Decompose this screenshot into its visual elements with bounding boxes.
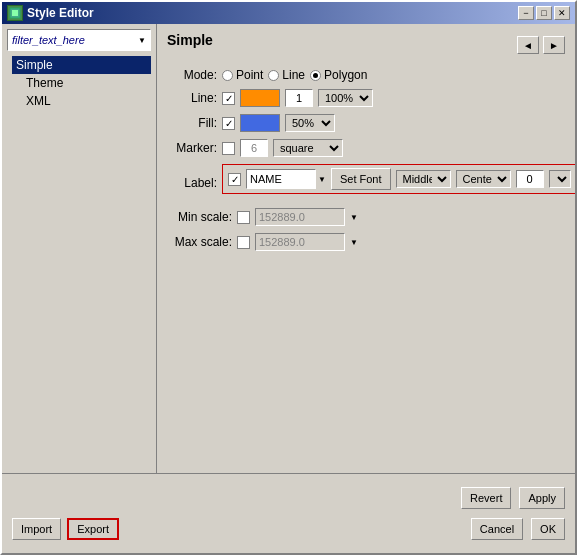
line-label-text: Line: <box>167 91 217 105</box>
bottom-left-buttons: Import Export <box>12 518 119 540</box>
label-checkbox[interactable]: ✓ <box>228 173 241 186</box>
window-icon <box>7 5 23 21</box>
line-width-input[interactable] <box>285 89 313 107</box>
marker-shape-select[interactable]: square <box>273 139 343 157</box>
label-num-select[interactable] <box>549 170 571 188</box>
bottom-action-buttons: Cancel OK <box>471 518 565 540</box>
nav-forward-button[interactable]: ► <box>543 36 565 54</box>
bottom-area: Revert Apply Import Export Cancel OK <box>2 473 575 553</box>
line-row: Line: ✓ 100% <box>167 89 565 107</box>
import-button[interactable]: Import <box>12 518 61 540</box>
min-scale-label: Min scale: <box>167 210 232 224</box>
marker-checkbox[interactable] <box>222 142 235 155</box>
max-scale-row: Max scale: ▼ <box>167 233 565 251</box>
label-row: Label: ✓ ▼ Set Font Middle Center <box>167 164 565 201</box>
min-scale-checkbox[interactable] <box>237 211 250 224</box>
fill-percent-select[interactable]: 50% <box>285 114 335 132</box>
title-buttons: − □ ✕ <box>518 6 570 20</box>
right-panel: Simple ◄ ► Mode: Point Line <box>157 24 575 473</box>
mode-polygon-radio[interactable]: Polygon <box>310 68 367 82</box>
mode-row: Mode: Point Line Polygon <box>167 68 565 82</box>
window-title: Style Editor <box>27 6 94 20</box>
polygon-radio-btn[interactable] <box>310 70 321 81</box>
tree-item-theme[interactable]: Theme <box>12 74 151 92</box>
export-button[interactable]: Export <box>67 518 119 540</box>
left-panel: filter_text_here ▼ Simple Theme XML <box>2 24 157 473</box>
label-align-select[interactable]: Center <box>456 170 511 188</box>
label-section: ✓ ▼ Set Font Middle Center <box>222 164 575 194</box>
title-bar: Style Editor − □ ✕ <box>2 2 575 24</box>
dropdown-arrow-name: ▼ <box>318 175 326 184</box>
close-button[interactable]: ✕ <box>554 6 570 20</box>
set-font-button[interactable]: Set Font <box>331 168 391 190</box>
tree-view: Simple Theme XML <box>7 56 151 110</box>
line-percent-select[interactable]: 100% <box>318 89 373 107</box>
filter-dropdown[interactable]: filter_text_here ▼ <box>7 29 151 51</box>
min-scale-input[interactable] <box>255 208 345 226</box>
max-scale-dropdown-icon: ▼ <box>350 238 358 247</box>
nav-back-button[interactable]: ◄ <box>517 36 539 54</box>
ok-button[interactable]: OK <box>531 518 565 540</box>
svg-rect-1 <box>12 10 18 16</box>
marker-label-text: Marker: <box>167 141 217 155</box>
mode-line-radio[interactable]: Line <box>268 68 305 82</box>
minimize-button[interactable]: − <box>518 6 534 20</box>
style-editor-window: Style Editor − □ ✕ filter_text_here ▼ Si… <box>0 0 577 555</box>
panel-title: Simple <box>167 32 213 48</box>
line-radio-btn[interactable] <box>268 70 279 81</box>
label-name-input[interactable] <box>246 169 316 189</box>
marker-size-input[interactable] <box>240 139 268 157</box>
cancel-button[interactable]: Cancel <box>471 518 523 540</box>
filter-text: filter_text_here <box>12 34 85 46</box>
maximize-button[interactable]: □ <box>536 6 552 20</box>
label-label-text: Label: <box>167 176 217 190</box>
title-bar-left: Style Editor <box>7 5 94 21</box>
min-scale-dropdown-icon: ▼ <box>350 213 358 222</box>
bottom-top-row: Revert Apply <box>12 487 565 509</box>
label-position-select[interactable]: Middle <box>396 170 451 188</box>
marker-row: Marker: square <box>167 139 565 157</box>
point-label: Point <box>236 68 263 82</box>
mode-point-radio[interactable]: Point <box>222 68 263 82</box>
max-scale-input[interactable] <box>255 233 345 251</box>
bottom-bottom-row: Import Export Cancel OK <box>12 518 565 540</box>
min-scale-row: Min scale: ▼ <box>167 208 565 226</box>
max-scale-checkbox[interactable] <box>237 236 250 249</box>
tree-item-xml[interactable]: XML <box>12 92 151 110</box>
dropdown-arrow-icon: ▼ <box>138 36 146 45</box>
fill-color-box[interactable] <box>240 114 280 132</box>
line-checkbox[interactable]: ✓ <box>222 92 235 105</box>
mode-label: Mode: <box>167 68 217 82</box>
polygon-label: Polygon <box>324 68 367 82</box>
max-scale-label: Max scale: <box>167 235 232 249</box>
line-color-box[interactable] <box>240 89 280 107</box>
label-num-input[interactable] <box>516 170 544 188</box>
tree-item-simple[interactable]: Simple <box>12 56 151 74</box>
line-label: Line <box>282 68 305 82</box>
revert-button[interactable]: Revert <box>461 487 511 509</box>
fill-checkbox[interactable]: ✓ <box>222 117 235 130</box>
point-radio-btn[interactable] <box>222 70 233 81</box>
bottom-right-buttons: Revert Apply <box>461 487 565 509</box>
content-area: filter_text_here ▼ Simple Theme XML Simp… <box>2 24 575 473</box>
apply-button[interactable]: Apply <box>519 487 565 509</box>
fill-label-text: Fill: <box>167 116 217 130</box>
fill-row: Fill: ✓ 50% <box>167 114 565 132</box>
